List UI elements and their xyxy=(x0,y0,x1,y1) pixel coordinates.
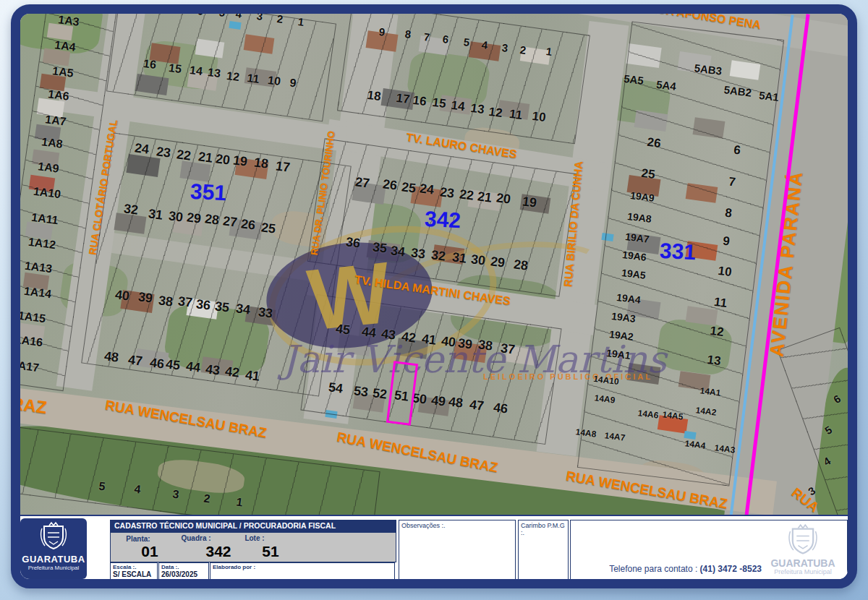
lot-number-label: 31 xyxy=(148,206,163,223)
lot-number-label: 1A8 xyxy=(41,135,63,150)
lot-number-label: 30 xyxy=(168,208,184,225)
lot-number-label: 26 xyxy=(382,176,398,193)
lot-number-label: 1A9 xyxy=(37,160,59,175)
lot-number-label: 45 xyxy=(165,356,181,373)
data-cell: Data :. 26/03/2025 xyxy=(158,562,209,580)
lot-number-label: 34 xyxy=(235,301,251,317)
guaratuba-logo: GUARATUBA Prefeitura Municipal xyxy=(20,518,87,579)
lot-number-label: 40 xyxy=(441,333,456,350)
lot-number-label: 43 xyxy=(205,361,221,378)
lot-number-label: 17 xyxy=(275,158,291,175)
lot-number-label: 5A1 xyxy=(758,89,779,103)
lot-number-label: 33 xyxy=(258,304,273,321)
lot-number-label: 29 xyxy=(186,210,202,226)
lot-number-label: 32 xyxy=(123,201,139,218)
lot-number-label: 37 xyxy=(500,340,516,357)
lot-number-label: 22 xyxy=(176,147,192,163)
observacoes-label: Observações :. xyxy=(399,520,515,531)
lot-number-label: 44 xyxy=(361,324,377,340)
phone-label: Telefone para contato : xyxy=(609,564,697,574)
lot-number-label: 25 xyxy=(260,220,276,236)
lot-number-label: 43 xyxy=(380,326,396,343)
lot-number-label: 14 xyxy=(189,64,203,78)
lot-number-label: 48 xyxy=(448,394,464,411)
planta-value: 01 xyxy=(141,543,158,560)
lot-number-label: 14 xyxy=(450,98,465,114)
carimbo-box: Carimbo P.M.G :. xyxy=(518,520,569,580)
lot-number-label: 21 xyxy=(197,149,213,166)
lot-number-label: 24 xyxy=(134,140,150,157)
data-value: 26/03/2025 xyxy=(161,570,206,578)
lot-number-label: 35 xyxy=(214,299,230,315)
lot-number-label: 11 xyxy=(247,72,260,86)
lot-number-label: 40 xyxy=(114,287,130,304)
lot-number-label: 1A3 xyxy=(57,14,80,29)
lot-number-label: 5A4 xyxy=(655,78,676,93)
lot-number-label: 26 xyxy=(240,216,256,233)
lot-number-label: 22 xyxy=(459,187,475,203)
phone-number: (41) 3472 -8523 xyxy=(700,564,762,574)
lot-number-label: 1A7 xyxy=(44,113,67,128)
contact-box: Telefone para contato : (41) 3472 -8523 … xyxy=(570,520,848,580)
cadastral-map: W Jair Vicente Martins LEILOEIRO PÚBLICO… xyxy=(20,14,848,515)
street-label: RAZ xyxy=(20,393,48,418)
lot-number-label: 26 xyxy=(646,135,661,151)
lot-number-label: 20 xyxy=(215,151,231,168)
logo-name: GUARATUBA xyxy=(22,554,85,565)
block-number-label: 342 xyxy=(424,207,461,233)
block-number-label: 331 xyxy=(659,239,697,265)
lot-number-label: 34 xyxy=(390,243,406,260)
lot-number-label: 1A17 xyxy=(20,359,40,375)
lote-value: 51 xyxy=(262,543,278,560)
lot-number-label: 17 xyxy=(395,91,410,107)
escala-value: S/ ESCALA xyxy=(113,570,155,578)
lot-number-label: 32 xyxy=(430,247,446,264)
lot-number-label: 41 xyxy=(244,367,260,384)
lot-number-label: 47 xyxy=(469,397,485,413)
lot-number-label: 15 xyxy=(168,61,182,76)
lot-number-label: 39 xyxy=(457,335,473,352)
lot-number-label: 53 xyxy=(353,383,369,400)
observacoes-box: Observações :. xyxy=(399,520,516,580)
lot-number-label: 36 xyxy=(195,296,211,313)
lot-number-label: 10 xyxy=(267,74,281,88)
quadra-value: 342 xyxy=(205,543,231,560)
lot-number-label: 12 xyxy=(488,105,503,121)
lot-number-label: 18 xyxy=(366,88,381,104)
faded-logo-name: GUARATUBA xyxy=(763,558,843,568)
faded-logo-subtitle: Prefeitura Municipal xyxy=(763,568,843,575)
lot-number-label: 45 xyxy=(335,321,351,338)
lot-number-label: 1A16 xyxy=(20,333,43,350)
quadra-label: Quadra : xyxy=(181,534,210,542)
lot-number-label: 10 xyxy=(717,264,732,280)
logo-subtitle: Prefeitura Municipal xyxy=(28,565,80,571)
lot-number-label: 13 xyxy=(207,66,221,80)
lot-number-label: 36 xyxy=(345,234,361,251)
lot-number-label: 11 xyxy=(713,295,728,311)
lot-number-label: 33 xyxy=(410,245,426,262)
lot-number-label: 20 xyxy=(495,190,511,207)
escala-label: Escala :. xyxy=(113,564,155,570)
lot-number-label: 25 xyxy=(401,179,417,196)
guaratuba-crest-faded-icon xyxy=(787,523,819,558)
phone-contact: Telefone para contato : (41) 3472 -8523 xyxy=(609,564,762,574)
escala-cell: Escala :. S/ ESCALA xyxy=(110,562,158,580)
lot-number-label: 5A5 xyxy=(623,72,644,87)
lot-number-label: 23 xyxy=(156,144,171,160)
lot-number-label: 1A4 xyxy=(54,38,76,53)
guaratuba-logo-faded: GUARATUBA Prefeitura Municipal xyxy=(763,522,843,575)
lot-number-label: 27 xyxy=(354,174,370,191)
lot-number-label: 46 xyxy=(149,355,165,372)
lot-number-label: 42 xyxy=(401,329,417,346)
lot-number-label: 48 xyxy=(103,348,119,365)
lot-number-label: 28 xyxy=(204,211,220,228)
lot-number-label: 30 xyxy=(470,252,486,268)
lot-number-label: 38 xyxy=(158,293,174,309)
lot-number-label: 42 xyxy=(224,364,240,380)
guaratuba-crest-icon xyxy=(39,521,68,553)
lot-number-label: 54 xyxy=(328,380,344,396)
lot-number-label: 16 xyxy=(142,57,157,72)
lot-number-label: 19 xyxy=(522,194,537,210)
elaborado-label: Elaborado por : xyxy=(213,564,392,570)
lot-number-label: 19 xyxy=(232,153,248,169)
